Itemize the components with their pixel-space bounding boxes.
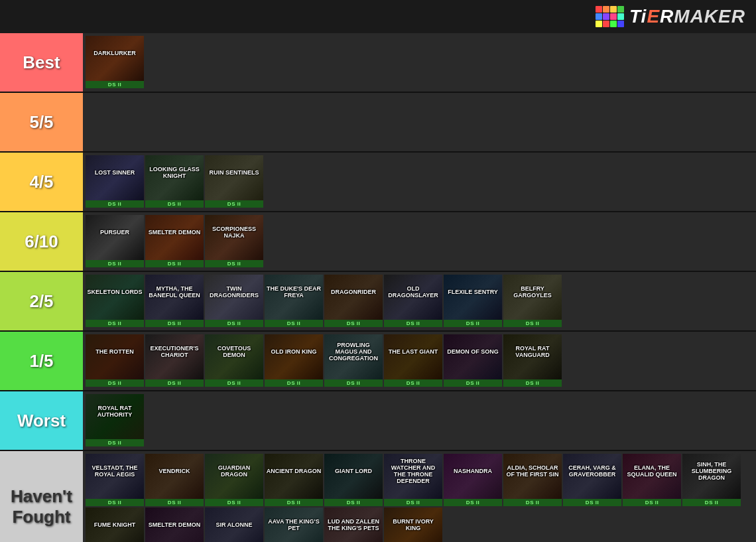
boss-card[interactable]: MYTHA, THE BANEFUL QUEENDS II [145, 275, 204, 327]
boss-card[interactable]: THE ROTTENDS II [86, 334, 144, 387]
boss-card[interactable]: FUME KNIGHTDS II [86, 508, 144, 542]
tier-row-2/5: 2/5SKELETON LORDSDS IIMYTHA, THE BANEFUL… [0, 272, 756, 332]
tier-label-haventfought: Haven't Fought [0, 451, 83, 542]
boss-card[interactable]: SMELTER DEMONDS II [145, 508, 204, 542]
tier-label-worst: Worst [0, 391, 83, 450]
boss-card[interactable]: VENDRICKDS II [145, 454, 204, 506]
boss-card[interactable]: AAVA THE KING'S PETDS II [265, 508, 323, 542]
boss-tag: DS II [86, 379, 144, 387]
boss-card[interactable]: SMELTER DEMONDS II [145, 215, 204, 267]
boss-card[interactable]: OLD IRON KINGDS II [265, 334, 323, 387]
boss-name: ELANA, THE SQUALID QUEEN [623, 454, 681, 490]
boss-tag: DS II [145, 260, 204, 267]
logo-cell [610, 13, 617, 20]
logo-cell [596, 21, 602, 27]
boss-card[interactable]: THE DUKE'S DEAR FREYADS II [265, 275, 323, 327]
boss-card[interactable]: PURSUERDS II [86, 215, 144, 267]
tier-content-5/5 [83, 93, 756, 151]
boss-card[interactable]: ANCIENT DRAGONDS II [265, 454, 323, 506]
boss-card[interactable]: VELSTADT, THE ROYAL AEGISDS II [86, 454, 144, 506]
boss-tag: DS II [86, 499, 144, 506]
boss-card[interactable]: LOST SINNERDS II [86, 155, 144, 208]
boss-card[interactable]: OLD DRAGONSLAYERDS II [384, 275, 442, 327]
boss-card[interactable]: CERAH, VARG & GRAVEROBBERDS II [563, 454, 621, 506]
boss-name: MYTHA, THE BANEFUL QUEEN [145, 275, 204, 310]
boss-name: THE LAST GIANT [384, 334, 442, 370]
boss-name: VELSTADT, THE ROYAL AEGIS [86, 454, 144, 490]
boss-name: GIANT LORD [324, 454, 383, 490]
boss-card[interactable]: THRONE WATCHER AND THE THRONE DEFENDERDS… [384, 454, 442, 506]
boss-tag: DS II [324, 320, 383, 327]
boss-card[interactable]: SCORPIONESS NAJKADS II [205, 215, 263, 267]
boss-tag: DS II [384, 320, 442, 327]
boss-name: SMELTER DEMON [145, 215, 204, 251]
boss-card[interactable]: BURNT IVORY KINGDS II [384, 508, 442, 542]
boss-tag: DS II [86, 320, 144, 327]
boss-name: DEMON OF SONG [444, 334, 502, 370]
boss-name: THRONE WATCHER AND THE THRONE DEFENDER [384, 454, 442, 490]
boss-card[interactable]: BELFRY GARGOYLESDS II [503, 275, 562, 327]
tier-content-worst: ROYAL RAT AUTHORITYDS II [83, 391, 756, 450]
boss-name: RUIN SENTINELS [205, 155, 263, 191]
tier-content-4/5: LOST SINNERDS IILOOKING GLASS KNIGHTDS I… [83, 153, 756, 211]
boss-name: GUARDIAN DRAGON [205, 454, 263, 490]
boss-name: THE DUKE'S DEAR FREYA [265, 275, 323, 310]
boss-card[interactable]: ALDIA, SCHOLAR OF THE FIRST SINDS II [503, 454, 562, 506]
boss-name: AAVA THE KING'S PET [265, 508, 323, 542]
boss-tag: DS II [444, 379, 502, 387]
boss-card[interactable]: TWIN DRAGONRIDERSDS II [205, 275, 263, 327]
boss-card[interactable]: ROYAL RAT VANGUARDDS II [503, 334, 562, 387]
boss-card[interactable]: PROWLING MAGUS AND CONGREGATIONDS II [324, 334, 383, 387]
boss-card[interactable]: ROYAL RAT AUTHORITYDS II [86, 394, 144, 446]
boss-tag: DS II [265, 499, 323, 506]
boss-card[interactable]: FLEXILE SENTRYDS II [444, 275, 502, 327]
tier-row-best: BestDARKLURKERDS II [0, 33, 756, 93]
boss-tag: DS II [265, 379, 323, 387]
boss-card[interactable]: NASHANDRADS II [444, 454, 502, 506]
boss-name: ROYAL RAT VANGUARD [503, 334, 562, 370]
boss-card[interactable]: GUARDIAN DRAGONDS II [205, 454, 263, 506]
tier-content-1/5: THE ROTTENDS IIEXECUTIONER'S CHARIOTDS I… [83, 332, 756, 390]
boss-card[interactable]: LUD AND ZALLEN THE KING'S PETSDS II [324, 508, 383, 542]
boss-tag: DS II [503, 499, 562, 506]
boss-card[interactable]: RUIN SENTINELSDS II [205, 155, 263, 208]
boss-name: CERAH, VARG & GRAVEROBBER [563, 454, 621, 490]
boss-name: COVETOUS DEMON [205, 334, 263, 370]
boss-card[interactable]: SKELETON LORDSDS II [86, 275, 144, 327]
tier-label-4/5: 4/5 [0, 153, 83, 211]
boss-card[interactable]: DRAGONRIDERDS II [324, 275, 383, 327]
boss-name: LOST SINNER [86, 155, 144, 191]
boss-card[interactable]: LOOKING GLASS KNIGHTDS II [145, 155, 204, 208]
boss-card[interactable]: COVETOUS DEMONDS II [205, 334, 263, 387]
logo-cell [610, 21, 617, 27]
boss-name: PROWLING MAGUS AND CONGREGATION [324, 334, 383, 370]
boss-card[interactable]: SIR ALONNEDS II [205, 508, 263, 542]
boss-name: TWIN DRAGONRIDERS [205, 275, 263, 310]
boss-card[interactable]: THE LAST GIANTDS II [384, 334, 442, 387]
logo-grid-icon [596, 6, 624, 27]
boss-tag: DS II [205, 379, 263, 387]
tier-row-worst: WorstROYAL RAT AUTHORITYDS II [0, 391, 756, 451]
boss-card[interactable]: DEMON OF SONGDS II [444, 334, 502, 387]
boss-card[interactable]: GIANT LORDDS II [324, 454, 383, 506]
tier-content-6/10: PURSUERDS IISMELTER DEMONDS IISCORPIONES… [83, 212, 756, 271]
boss-tag: DS II [145, 320, 204, 327]
boss-card[interactable]: DARKLURKERDS II [86, 36, 144, 88]
boss-name: THE ROTTEN [86, 334, 144, 370]
boss-tag: DS II [86, 81, 144, 88]
logo-cell [617, 21, 624, 27]
boss-tag: DS II [205, 499, 263, 506]
boss-name: DARKLURKER [86, 36, 144, 72]
tier-row-6/10: 6/10PURSUERDS IISMELTER DEMONDS IISCORPI… [0, 212, 756, 272]
boss-name: NASHANDRA [444, 454, 502, 490]
boss-name: FLEXILE SENTRY [444, 275, 502, 310]
boss-name: SINH, THE SLUMBERING DRAGON [682, 454, 741, 490]
boss-tag: DS II [384, 499, 442, 506]
boss-tag: DS II [503, 379, 562, 387]
boss-tag: DS II [682, 499, 741, 506]
boss-name: EXECUTIONER'S CHARIOT [145, 334, 204, 370]
boss-card[interactable]: ELANA, THE SQUALID QUEENDS II [623, 454, 681, 506]
boss-name: LOOKING GLASS KNIGHT [145, 155, 204, 191]
boss-card[interactable]: SINH, THE SLUMBERING DRAGONDS II [682, 454, 741, 506]
boss-card[interactable]: EXECUTIONER'S CHARIOTDS II [145, 334, 204, 387]
